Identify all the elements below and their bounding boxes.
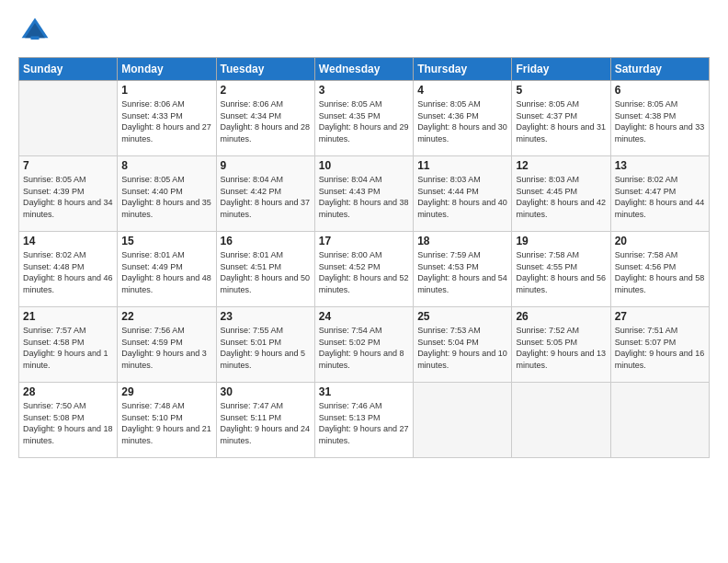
calendar-cell: 31Sunrise: 7:46 AMSunset: 5:13 PMDayligh… xyxy=(314,383,413,458)
cell-info: Sunrise: 7:57 AMSunset: 4:58 PMDaylight:… xyxy=(23,325,113,371)
day-number: 9 xyxy=(221,159,311,172)
calendar-cell: 15Sunrise: 8:01 AMSunset: 4:49 PMDayligh… xyxy=(118,232,216,307)
cell-info: Sunrise: 8:06 AMSunset: 4:34 PMDaylight:… xyxy=(221,98,311,144)
calendar-cell: 21Sunrise: 7:57 AMSunset: 4:58 PMDayligh… xyxy=(19,307,118,383)
calendar-cell xyxy=(512,383,610,458)
cell-info: Sunrise: 8:05 AMSunset: 4:37 PMDaylight:… xyxy=(516,98,606,144)
day-number: 28 xyxy=(23,385,113,398)
day-number: 18 xyxy=(417,235,507,247)
day-number: 21 xyxy=(23,310,113,323)
header-row: SundayMondayTuesdayWednesdayThursdayFrid… xyxy=(19,58,710,81)
cell-info: Sunrise: 8:05 AMSunset: 4:36 PMDaylight:… xyxy=(417,98,507,144)
calendar-cell: 7Sunrise: 8:05 AMSunset: 4:39 PMDaylight… xyxy=(19,156,118,232)
col-header-saturday: Saturday xyxy=(610,58,709,81)
col-header-sunday: Sunday xyxy=(19,58,118,81)
col-header-monday: Monday xyxy=(118,58,216,81)
cell-info: Sunrise: 7:54 AMSunset: 5:02 PMDaylight:… xyxy=(319,325,409,371)
calendar-cell: 26Sunrise: 7:52 AMSunset: 5:05 PMDayligh… xyxy=(512,307,610,383)
cell-info: Sunrise: 7:59 AMSunset: 4:53 PMDaylight:… xyxy=(417,249,507,295)
calendar-cell xyxy=(414,383,512,458)
calendar-cell: 11Sunrise: 8:03 AMSunset: 4:44 PMDayligh… xyxy=(414,156,512,232)
cell-info: Sunrise: 7:56 AMSunset: 4:59 PMDaylight:… xyxy=(121,325,211,371)
calendar-cell: 8Sunrise: 8:05 AMSunset: 4:40 PMDaylight… xyxy=(118,156,216,232)
calendar-cell: 16Sunrise: 8:01 AMSunset: 4:51 PMDayligh… xyxy=(216,232,314,307)
calendar-cell: 28Sunrise: 7:50 AMSunset: 5:08 PMDayligh… xyxy=(19,383,118,458)
col-header-friday: Friday xyxy=(512,58,610,81)
cell-info: Sunrise: 8:06 AMSunset: 4:33 PMDaylight:… xyxy=(121,98,211,144)
day-number: 15 xyxy=(121,235,211,247)
calendar-cell: 27Sunrise: 7:51 AMSunset: 5:07 PMDayligh… xyxy=(610,307,709,383)
week-row-3: 14Sunrise: 8:02 AMSunset: 4:48 PMDayligh… xyxy=(19,232,710,307)
day-number: 19 xyxy=(516,235,606,247)
calendar-cell: 19Sunrise: 7:58 AMSunset: 4:55 PMDayligh… xyxy=(512,232,610,307)
day-number: 23 xyxy=(221,310,311,323)
day-number: 31 xyxy=(319,385,409,398)
calendar-cell: 20Sunrise: 7:58 AMSunset: 4:56 PMDayligh… xyxy=(610,232,709,307)
col-header-tuesday: Tuesday xyxy=(216,58,314,81)
day-number: 27 xyxy=(615,310,705,323)
week-row-1: 1Sunrise: 8:06 AMSunset: 4:33 PMDaylight… xyxy=(19,81,710,156)
calendar-cell: 17Sunrise: 8:00 AMSunset: 4:52 PMDayligh… xyxy=(314,232,413,307)
cell-info: Sunrise: 8:05 AMSunset: 4:35 PMDaylight:… xyxy=(319,98,409,144)
header xyxy=(18,15,710,48)
col-header-wednesday: Wednesday xyxy=(314,58,413,81)
day-number: 20 xyxy=(615,235,705,247)
day-number: 1 xyxy=(121,84,211,97)
cell-info: Sunrise: 8:02 AMSunset: 4:48 PMDaylight:… xyxy=(23,249,113,295)
cell-info: Sunrise: 8:04 AMSunset: 4:42 PMDaylight:… xyxy=(221,174,311,220)
calendar-cell: 13Sunrise: 8:02 AMSunset: 4:47 PMDayligh… xyxy=(610,156,709,232)
calendar-cell: 1Sunrise: 8:06 AMSunset: 4:33 PMDaylight… xyxy=(118,81,216,156)
logo xyxy=(18,15,55,48)
day-number: 12 xyxy=(516,159,606,172)
day-number: 29 xyxy=(121,385,211,398)
day-number: 6 xyxy=(615,84,705,97)
cell-info: Sunrise: 8:00 AMSunset: 4:52 PMDaylight:… xyxy=(319,249,409,295)
week-row-5: 28Sunrise: 7:50 AMSunset: 5:08 PMDayligh… xyxy=(19,383,710,458)
day-number: 26 xyxy=(516,310,606,323)
day-number: 22 xyxy=(121,310,211,323)
day-number: 11 xyxy=(417,159,507,172)
day-number: 25 xyxy=(417,310,507,323)
cell-info: Sunrise: 8:03 AMSunset: 4:45 PMDaylight:… xyxy=(516,174,606,220)
cell-info: Sunrise: 8:03 AMSunset: 4:44 PMDaylight:… xyxy=(417,174,507,220)
calendar-cell xyxy=(610,383,709,458)
day-number: 4 xyxy=(417,84,507,97)
calendar-cell: 3Sunrise: 8:05 AMSunset: 4:35 PMDaylight… xyxy=(314,81,413,156)
cell-info: Sunrise: 7:47 AMSunset: 5:11 PMDaylight:… xyxy=(221,400,311,446)
logo-icon xyxy=(18,15,51,48)
day-number: 24 xyxy=(319,310,409,323)
day-number: 17 xyxy=(319,235,409,247)
calendar-cell: 10Sunrise: 8:04 AMSunset: 4:43 PMDayligh… xyxy=(314,156,413,232)
week-row-2: 7Sunrise: 8:05 AMSunset: 4:39 PMDaylight… xyxy=(19,156,710,232)
page: SundayMondayTuesdayWednesdayThursdayFrid… xyxy=(0,0,728,563)
cell-info: Sunrise: 7:58 AMSunset: 4:56 PMDaylight:… xyxy=(615,249,705,295)
col-header-thursday: Thursday xyxy=(414,58,512,81)
calendar-cell: 18Sunrise: 7:59 AMSunset: 4:53 PMDayligh… xyxy=(414,232,512,307)
cell-info: Sunrise: 7:48 AMSunset: 5:10 PMDaylight:… xyxy=(121,400,211,446)
day-number: 16 xyxy=(221,235,311,247)
calendar-cell: 12Sunrise: 8:03 AMSunset: 4:45 PMDayligh… xyxy=(512,156,610,232)
cell-info: Sunrise: 8:02 AMSunset: 4:47 PMDaylight:… xyxy=(615,174,705,220)
cell-info: Sunrise: 8:05 AMSunset: 4:40 PMDaylight:… xyxy=(121,174,211,220)
cell-info: Sunrise: 7:50 AMSunset: 5:08 PMDaylight:… xyxy=(23,400,113,446)
cell-info: Sunrise: 7:58 AMSunset: 4:55 PMDaylight:… xyxy=(516,249,606,295)
cell-info: Sunrise: 7:55 AMSunset: 5:01 PMDaylight:… xyxy=(221,325,311,371)
cell-info: Sunrise: 7:53 AMSunset: 5:04 PMDaylight:… xyxy=(417,325,507,371)
day-number: 10 xyxy=(319,159,409,172)
day-number: 14 xyxy=(23,235,113,247)
cell-info: Sunrise: 8:01 AMSunset: 4:51 PMDaylight:… xyxy=(221,249,311,295)
cell-info: Sunrise: 8:04 AMSunset: 4:43 PMDaylight:… xyxy=(319,174,409,220)
calendar-cell: 14Sunrise: 8:02 AMSunset: 4:48 PMDayligh… xyxy=(19,232,118,307)
day-number: 13 xyxy=(615,159,705,172)
cell-info: Sunrise: 7:46 AMSunset: 5:13 PMDaylight:… xyxy=(319,400,409,446)
calendar-cell: 30Sunrise: 7:47 AMSunset: 5:11 PMDayligh… xyxy=(216,383,314,458)
day-number: 3 xyxy=(319,84,409,97)
cell-info: Sunrise: 8:05 AMSunset: 4:39 PMDaylight:… xyxy=(23,174,113,220)
calendar-cell: 22Sunrise: 7:56 AMSunset: 4:59 PMDayligh… xyxy=(118,307,216,383)
calendar-cell: 6Sunrise: 8:05 AMSunset: 4:38 PMDaylight… xyxy=(610,81,709,156)
week-row-4: 21Sunrise: 7:57 AMSunset: 4:58 PMDayligh… xyxy=(19,307,710,383)
day-number: 2 xyxy=(221,84,311,97)
day-number: 30 xyxy=(221,385,311,398)
calendar-table: SundayMondayTuesdayWednesdayThursdayFrid… xyxy=(18,57,710,458)
calendar-cell: 4Sunrise: 8:05 AMSunset: 4:36 PMDaylight… xyxy=(414,81,512,156)
